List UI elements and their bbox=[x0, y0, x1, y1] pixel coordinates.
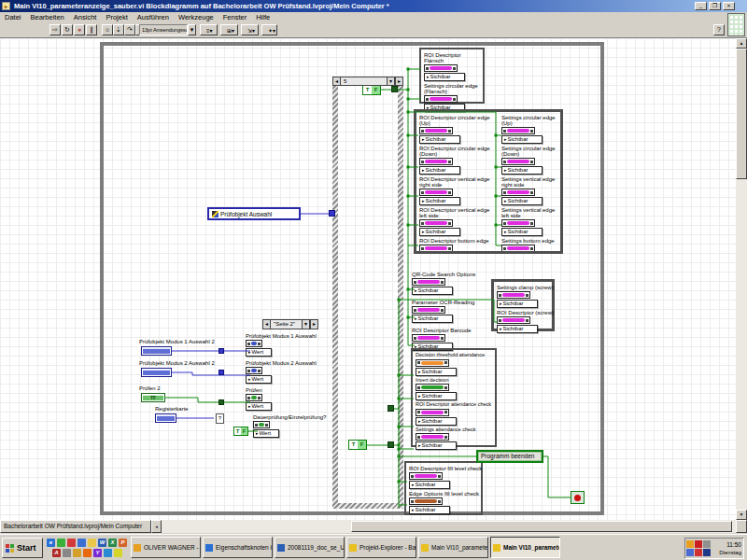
tray-icon[interactable] bbox=[695, 540, 702, 548]
diagram-node[interactable]: ROI Descriptor circular edge (Down)▸Sich… bbox=[419, 146, 498, 175]
property-node-sichtbar[interactable]: ▸Sichtbar bbox=[419, 135, 460, 144]
menu-werkzeuge[interactable]: Werkzeuge bbox=[174, 13, 218, 21]
vertical-scroll-thumb[interactable] bbox=[736, 49, 747, 179]
property-node-sichtbar[interactable]: ▸Sichtbar bbox=[416, 417, 457, 426]
menu-ausführen[interactable]: Ausführen bbox=[133, 13, 174, 21]
execution-target-bar[interactable]: Bachelorarbeit OW Prüfstand.lvproj/Mein … bbox=[0, 520, 151, 533]
property-node-sichtbar[interactable]: ▸Sichtbar bbox=[501, 228, 543, 236]
quick-launch-icon[interactable] bbox=[104, 549, 112, 557]
control-terminal-icon[interactable] bbox=[501, 219, 535, 227]
control-terminal-icon[interactable] bbox=[246, 394, 262, 401]
task-button[interactable]: Eigenschaftsknoten in Su... bbox=[203, 537, 273, 558]
diagram-node[interactable]: Settings clamp (screw)▸Sichtbar bbox=[497, 285, 549, 308]
case-selector-seite2[interactable]: ◂ "Seite 2" ▾ ▸ bbox=[262, 319, 318, 329]
diagram-node[interactable]: Settings bottom edge▸Sichtbar bbox=[501, 238, 557, 254]
quick-launch-icon[interactable]: W bbox=[98, 539, 106, 547]
case-structure-seite2[interactable]: Prüfobjekt Modus 1 Auswahl▸WertPrüfobjek… bbox=[221, 324, 336, 462]
quick-launch-icon[interactable]: P bbox=[119, 539, 127, 547]
case-selector-value[interactable]: 5 bbox=[341, 77, 387, 86]
property-node-sichtbar[interactable]: ▸Sichtbar bbox=[424, 73, 465, 81]
control-terminal-icon[interactable] bbox=[501, 189, 535, 196]
resize-objects-dropdown[interactable]: ⇲▾ bbox=[241, 24, 259, 35]
tunnel-icon[interactable] bbox=[218, 348, 224, 354]
control-terminal-icon[interactable] bbox=[409, 497, 443, 505]
task-button[interactable]: Main VI10_paramete... bbox=[490, 537, 560, 558]
diagram-node[interactable]: Edge Options fill level check▸Sichtbar bbox=[409, 491, 478, 514]
control-terminal-icon[interactable] bbox=[253, 421, 270, 428]
tunnel-icon[interactable] bbox=[391, 86, 398, 92]
diagram-node[interactable]: Settings circular edge (Up)▸Sichtbar bbox=[501, 115, 557, 144]
tunnel-icon[interactable] bbox=[329, 210, 335, 217]
help-button[interactable]: ? bbox=[713, 24, 725, 35]
boolean-constant[interactable]: TF bbox=[362, 85, 381, 95]
case-prev-icon[interactable]: ◂ bbox=[262, 319, 271, 329]
control-terminal-icon[interactable] bbox=[419, 245, 453, 252]
control-terminal-icon[interactable] bbox=[419, 189, 453, 196]
control-terminal-icon[interactable] bbox=[409, 472, 443, 480]
flansch-box[interactable]: ROI Descriptor Flansch▸SichtbarSettings … bbox=[419, 48, 485, 104]
property-node-sichtbar[interactable]: ▸Sichtbar bbox=[416, 392, 457, 400]
edges-box[interactable]: ROI Descriptor circular edge (Up)▸Sichtb… bbox=[414, 109, 563, 254]
case-selector-terminal[interactable]: ? bbox=[216, 413, 224, 424]
run-continuously-icon[interactable]: ↻ bbox=[62, 24, 73, 35]
diagram-node[interactable]: Settings attendance check▸Sichtbar bbox=[416, 427, 492, 451]
quick-launch-icon[interactable] bbox=[73, 549, 81, 557]
case-dropdown-icon[interactable]: ▾ bbox=[302, 319, 310, 329]
run-icon[interactable]: ⇨ bbox=[49, 24, 61, 35]
task-button[interactable]: Main VI10_parameteranz... bbox=[418, 537, 488, 558]
diagram-node[interactable]: Dauerprüfung/Einzelprüfung?▸Wert bbox=[253, 414, 334, 438]
pause-icon[interactable]: ∥ bbox=[86, 24, 97, 35]
control-terminal-icon[interactable] bbox=[501, 127, 535, 134]
diagram-node[interactable]: ROI Descriptor attendance check▸Sichtbar bbox=[416, 402, 492, 426]
boolean-constant[interactable]: TF bbox=[233, 427, 248, 436]
control-terminal-icon[interactable] bbox=[501, 158, 535, 165]
diagram-node[interactable]: Settings vertical edge right side▸Sichtb… bbox=[501, 176, 557, 205]
screw-box[interactable]: Settings clamp (screw)▸SichtbarROI Descr… bbox=[491, 279, 555, 331]
font-selector[interactable]: 13pt Anwendungsschriftart bbox=[139, 24, 188, 35]
local-variable-programm-beenden[interactable]: Programm beenden bbox=[476, 450, 543, 463]
control-terminal-icon[interactable] bbox=[497, 316, 530, 324]
minimize-button[interactable]: _ bbox=[695, 2, 707, 10]
task-button[interactable]: Projekt-Explorer - Bachel... bbox=[346, 537, 416, 558]
diagram-node[interactable]: ROI Descriptor vertical edge right side▸… bbox=[419, 176, 498, 205]
control-terminal-icon[interactable] bbox=[497, 291, 530, 299]
diagram-node[interactable]: Prüfobjekt Modus 2 Auswahl▸Wert bbox=[246, 360, 334, 384]
tunnel-icon[interactable] bbox=[218, 370, 224, 375]
control-terminal-icon[interactable] bbox=[419, 219, 453, 227]
property-node-sichtbar[interactable]: ▸Sichtbar bbox=[501, 197, 543, 205]
case-selector-value[interactable]: "Seite 2" bbox=[271, 319, 302, 329]
property-node-sichtbar[interactable]: ▸Sichtbar bbox=[497, 325, 538, 333]
menu-hilfe[interactable]: Hilfe bbox=[251, 13, 275, 21]
control-terminal-icon[interactable] bbox=[412, 334, 445, 342]
tray-icon[interactable] bbox=[686, 540, 694, 548]
property-node-sichtbar[interactable]: ▸Sichtbar bbox=[419, 253, 460, 254]
font-dropdown-arrow-icon[interactable]: ▾ bbox=[188, 24, 196, 35]
quick-launch-icon[interactable] bbox=[78, 539, 86, 547]
attendance-box[interactable]: Decision threshold attendance▸SichtbarIn… bbox=[411, 348, 497, 447]
quick-launch-icon[interactable] bbox=[114, 549, 122, 557]
reorder-dropdown[interactable]: ✦▾ bbox=[261, 24, 277, 35]
terminal-registerkarte[interactable] bbox=[155, 413, 176, 423]
quick-launch-icon[interactable] bbox=[57, 539, 65, 547]
property-node-sichtbar[interactable]: ▸Sichtbar bbox=[497, 300, 538, 308]
property-node-sichtbar[interactable]: ▸Sichtbar bbox=[412, 287, 453, 295]
control-terminal-icon[interactable] bbox=[424, 64, 458, 72]
control-terminal-icon[interactable] bbox=[246, 340, 262, 347]
control-terminal-icon[interactable] bbox=[416, 433, 449, 441]
property-node-wert[interactable]: ▸Wert bbox=[246, 348, 272, 357]
property-node-sichtbar[interactable]: ▸Sichtbar bbox=[419, 228, 460, 236]
property-node-sichtbar[interactable]: ▸Sichtbar bbox=[419, 166, 460, 175]
diagram-node[interactable]: Invert decision▸Sichtbar bbox=[416, 378, 492, 401]
menu-ansicht[interactable]: Ansicht bbox=[69, 13, 102, 21]
tray-icon[interactable] bbox=[695, 549, 702, 556]
quick-launch-icon[interactable] bbox=[67, 539, 76, 547]
diagram-node[interactable]: Prüfen▸Wert bbox=[246, 387, 334, 411]
terminal-pruefobjekt-modus1[interactable] bbox=[141, 346, 172, 356]
property-node-sichtbar[interactable]: ▸Sichtbar bbox=[419, 197, 460, 205]
stop-node-icon[interactable] bbox=[571, 491, 585, 504]
diagram-node[interactable]: Settings circular edge (Down)▸Sichtbar bbox=[501, 146, 557, 175]
diagram-node[interactable]: ROI Descriptor bottom edge▸Sichtbar bbox=[419, 238, 498, 254]
boolean-constant[interactable]: TF bbox=[348, 440, 367, 450]
clock[interactable]: 11:50 Dienstag bbox=[712, 541, 742, 556]
highlight-execution-icon[interactable]: ☼ bbox=[102, 24, 113, 35]
